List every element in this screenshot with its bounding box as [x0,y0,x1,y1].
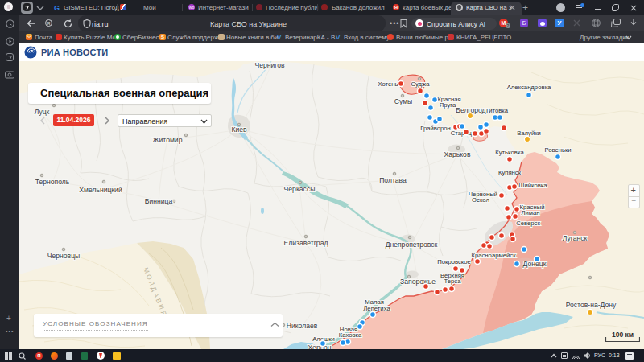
svg-text:Черновцы: Черновцы [47,252,80,260]
svg-text:Черкассы: Черкассы [284,185,316,193]
svg-text:Красноармейск: Красноармейск [471,252,516,259]
svg-text:Житомир: Житомир [153,136,183,144]
svg-text:Александровка: Александровка [507,84,551,91]
svg-text:Терса: Терса [444,278,462,285]
svg-text:Сумы: Сумы [394,97,413,105]
svg-text:Покровское: Покровское [437,258,471,265]
svg-text:Лепетиха: Лепетиха [363,305,390,312]
svg-text:Киев: Киев [231,125,247,134]
svg-text:Шийковка: Шийковка [518,182,547,189]
svg-text:Каховка: Каховка [339,331,362,339]
svg-text:Ровеньки: Ровеньки [544,146,571,154]
svg-text:Валуйки: Валуйки [517,130,541,137]
svg-text:Кутьковка: Кутьковка [495,149,524,156]
svg-text:Северск: Северск [516,220,540,227]
svg-text:Полтава: Полтава [379,176,407,184]
svg-text:Лиман: Лиман [521,209,539,216]
svg-text:Тернополь: Тернополь [35,178,70,186]
svg-text:Хотень: Хотень [378,80,398,88]
svg-text:Елизаветград: Елизаветград [284,239,328,247]
svg-text:Луганск: Луганск [563,234,588,242]
svg-text:Николаев: Николаев [287,322,318,330]
svg-text:Луцк: Луцк [35,108,50,116]
svg-text:Титовка: Титовка [485,107,509,114]
svg-text:Чернигов: Чернигов [254,61,285,69]
svg-text:Яруга: Яруга [440,101,456,109]
svg-text:Хмельницкий: Хмельницкий [79,186,122,194]
svg-text:Винница: Винница [145,197,173,205]
svg-text:Запорожье: Запорожье [400,278,436,286]
svg-text:Ростов-на-Дону: Ростов-на-Дону [566,301,617,309]
svg-text:Харьков: Харьков [444,150,471,158]
svg-text:Купянск: Купянск [498,169,522,176]
svg-text:Суджа: Суджа [411,80,430,88]
svg-text:Оскол: Оскол [472,196,489,204]
svg-text:Днепропетровск: Днепропетровск [386,241,438,249]
svg-text:Грайворон: Грайворон [420,125,451,132]
